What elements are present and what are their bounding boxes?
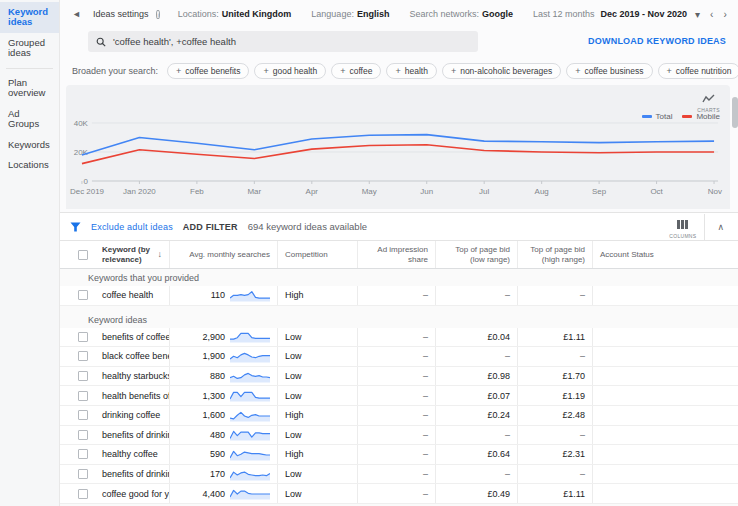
broaden-chip-health[interactable]: +health — [386, 63, 436, 79]
legend-item-mobile[interactable]: Mobile — [682, 112, 720, 121]
plus-icon: + — [176, 66, 181, 76]
broaden-chip-non-alcoholic-beverages[interactable]: +non-alcoholic beverages — [442, 63, 561, 79]
search-icon — [96, 37, 106, 47]
row-checkbox[interactable] — [78, 430, 88, 440]
trend-sparkline — [230, 428, 270, 441]
date-dropdown-icon[interactable]: ▾ — [693, 9, 702, 20]
header-competition[interactable]: Competition — [278, 241, 358, 268]
header-top-bid-low[interactable]: Top of page bid (low range) — [436, 241, 518, 268]
avg-monthly-searches-cell: 2,900 — [170, 328, 278, 347]
sidebar: Keyword ideasGrouped ideasPlan overviewA… — [0, 0, 60, 506]
row-checkbox[interactable] — [78, 290, 88, 300]
table-row[interactable]: healthy starbucks drinks880Low–£0.98£1.7… — [60, 367, 738, 387]
download-keyword-ideas-button[interactable]: DOWNLOAD KEYWORD IDEAS — [588, 36, 726, 46]
svg-text:Mar: Mar — [247, 187, 261, 196]
sidebar-item-grouped-ideas[interactable]: Grouped ideas — [0, 33, 59, 64]
trend-sparkline — [230, 468, 270, 481]
date-range-picker[interactable]: Last 12 months Dec 2019 - Nov 2020 ▾ ‹ › — [533, 9, 729, 20]
date-range-value: Dec 2019 - Nov 2020 — [600, 9, 687, 19]
header-ad-impression-share[interactable]: Ad impression share — [358, 241, 436, 268]
table-row[interactable]: benefits of coffee2,900Low–£0.04£1.11 — [60, 328, 738, 348]
broaden-chips: +coffee benefits+good health+coffee+heal… — [167, 63, 738, 79]
avg-monthly-searches-cell: 880 — [170, 367, 278, 386]
table-row[interactable]: coffee good for you4,400Low–£0.49£1.11 — [60, 484, 738, 504]
sidebar-item-keyword-ideas[interactable]: Keyword ideas — [0, 2, 59, 33]
top-bid-high-cell: £1.11 — [518, 484, 593, 503]
trend-sparkline — [230, 289, 270, 302]
ad-impression-share-cell: – — [358, 367, 436, 386]
columns-button[interactable]: COLUMNS — [669, 215, 696, 239]
table-row[interactable]: coffee health110High––– — [60, 286, 738, 306]
svg-text:0: 0 — [84, 177, 89, 186]
avg-monthly-searches-cell: 590 — [170, 445, 278, 464]
table-row[interactable]: black coffee benefits1,900Low––– — [60, 347, 738, 367]
columns-icon — [677, 220, 688, 229]
svg-text:Feb: Feb — [190, 187, 204, 196]
settings-toolbar: ◄ Ideas settings i Locations: United Kin… — [60, 0, 738, 28]
table-row[interactable]: health benefits of coffee1,300Low–£0.07£… — [60, 386, 738, 406]
top-bid-high-cell: £2.48 — [518, 406, 593, 425]
scrollbar-thumb[interactable] — [732, 97, 738, 128]
date-next-icon[interactable]: › — [721, 9, 728, 20]
legend-item-total[interactable]: Total — [642, 112, 673, 121]
row-checkbox[interactable] — [78, 371, 88, 381]
competition-cell: Low — [278, 426, 358, 445]
sidebar-item-plan-overview[interactable]: Plan overview — [0, 73, 59, 104]
ad-impression-share-cell: – — [358, 328, 436, 347]
row-checkbox[interactable] — [78, 332, 88, 342]
legend-swatch — [682, 115, 692, 118]
table-row[interactable]: drinking coffee1,600High–£0.24£2.48 — [60, 406, 738, 426]
add-filter-button[interactable]: ADD FILTER — [183, 222, 238, 232]
header-keyword[interactable]: Keyword (by relevance) ↓ — [95, 241, 170, 268]
keyword-cell: coffee good for you — [95, 484, 170, 503]
svg-text:Jun: Jun — [420, 187, 433, 196]
sidebar-divider — [6, 68, 53, 69]
row-checkbox[interactable] — [78, 489, 88, 499]
plus-icon: + — [667, 66, 672, 76]
language-setting[interactable]: Language: English — [311, 9, 389, 19]
keyword-search-input[interactable]: 'coffee health', +coffee health — [88, 31, 478, 52]
avg-monthly-searches-cell: 4,400 — [170, 484, 278, 503]
row-checkbox[interactable] — [78, 351, 88, 361]
plus-icon: + — [575, 66, 580, 76]
table-row[interactable]: benefits of drinking coffee480Low––– — [60, 426, 738, 446]
networks-setting[interactable]: Search networks: Google — [409, 9, 513, 19]
ad-impression-share-cell: – — [358, 286, 436, 305]
top-bid-high-cell: £1.70 — [518, 367, 593, 386]
sidebar-item-locations[interactable]: Locations — [0, 155, 59, 175]
account-status-cell — [593, 386, 738, 405]
sidebar-item-ad-groups[interactable]: Ad Groups — [0, 104, 59, 135]
date-prev-icon[interactable]: ‹ — [708, 9, 715, 20]
svg-text:40K: 40K — [74, 119, 89, 128]
broaden-chip-coffee-nutrition[interactable]: +coffee nutrition — [658, 63, 738, 79]
row-checkbox[interactable] — [78, 469, 88, 479]
row-checkbox[interactable] — [78, 391, 88, 401]
avg-monthly-searches-cell: 1,300 — [170, 386, 278, 405]
row-checkbox[interactable] — [78, 410, 88, 420]
keyword-cell: black coffee benefits — [95, 347, 170, 366]
exclude-adult-ideas-link[interactable]: Exclude adult ideas — [91, 222, 173, 232]
competition-cell: High — [278, 286, 358, 305]
select-all-checkbox[interactable] — [78, 250, 88, 260]
broaden-chip-coffee[interactable]: +coffee — [331, 63, 381, 79]
table-row[interactable]: benefits of drinking black ...170Low––– — [60, 465, 738, 485]
table-row[interactable]: healthy coffee590High–£0.64£2.31 — [60, 445, 738, 465]
chart-legend: TotalMobile — [642, 112, 720, 121]
header-top-bid-high[interactable]: Top of page bid (high range) — [518, 241, 593, 268]
ideas-settings-label[interactable]: Ideas settings — [93, 9, 149, 19]
info-icon[interactable]: i — [156, 10, 159, 19]
broaden-chip-good-health[interactable]: +good health — [254, 63, 326, 79]
row-checkbox[interactable] — [78, 449, 88, 459]
broaden-chip-coffee-benefits[interactable]: +coffee benefits — [167, 63, 249, 79]
collapse-table-icon[interactable]: ∧ — [713, 222, 728, 232]
search-query-text: 'coffee health', +coffee health — [113, 36, 236, 47]
locations-setting[interactable]: Locations: United Kingdom — [178, 9, 292, 19]
header-avg-monthly-searches[interactable]: Avg. monthly searches — [170, 241, 278, 268]
filter-funnel-icon[interactable] — [70, 222, 81, 232]
collapse-panel-icon[interactable]: ◄ — [72, 9, 81, 19]
header-account-status[interactable]: Account Status — [593, 241, 738, 268]
broaden-chip-coffee-business[interactable]: +coffee business — [566, 63, 652, 79]
trend-sparkline — [230, 409, 270, 422]
sidebar-item-keywords[interactable]: Keywords — [0, 135, 59, 155]
charts-button[interactable]: CHARTS — [697, 89, 720, 113]
